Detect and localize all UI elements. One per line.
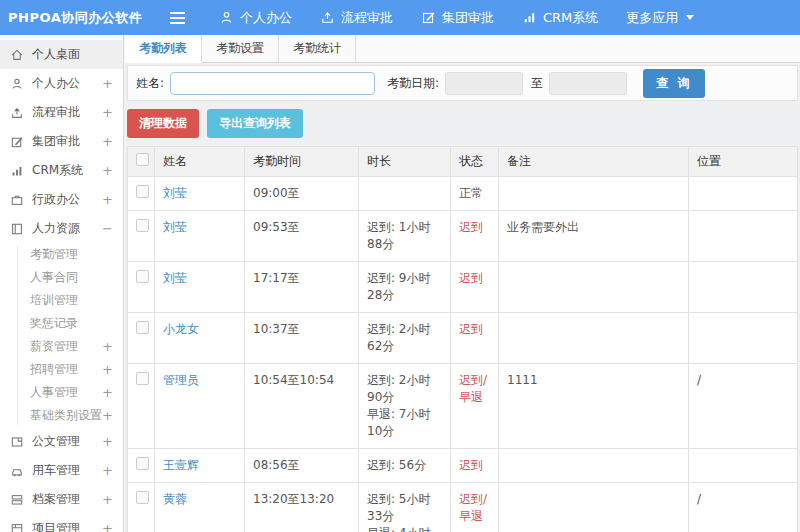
expand-toggle-icon[interactable]: + [102,434,113,449]
sidebar-item-行政办公[interactable]: 行政办公+ [0,185,123,214]
sidebar-subitem-label: 薪资管理 [30,339,78,353]
nav-item-更多应用[interactable]: 更多应用 [626,9,694,27]
sidebar-submenu: 考勤管理人事合同培训管理奖惩记录薪资管理+招聘管理+人事管理+基础类别设置+ [0,243,123,427]
employee-name-link[interactable]: 管理员 [163,373,199,387]
clear-data-button[interactable]: 清理数据 [127,109,199,138]
nav-item-流程审批[interactable]: 流程审批 [320,9,393,27]
row-checkbox[interactable] [136,321,149,334]
expand-toggle-icon[interactable]: + [102,404,113,427]
row-checkbox[interactable] [136,185,149,198]
row-checkbox[interactable] [136,457,149,470]
sidebar-subitem-薪资管理[interactable]: 薪资管理+ [0,335,123,358]
table-row: 刘莹09:00至正常 [128,177,798,211]
nav-item-集团审批[interactable]: 集团审批 [421,9,494,27]
share-icon [320,10,335,25]
sidebar-subitem-人事管理[interactable]: 人事管理+ [0,381,123,404]
export-list-button[interactable]: 导出查询列表 [207,109,303,138]
row-checkbox[interactable] [136,219,149,232]
archive-icon [10,493,24,507]
expand-toggle-icon[interactable]: + [102,463,113,478]
remark-cell [499,262,689,313]
sidebar-item-个人桌面[interactable]: 个人桌面 [0,40,123,69]
status-badge: 迟到 [459,271,483,285]
sidebar-subitem-label: 人事合同 [30,270,78,284]
expand-toggle-icon[interactable]: + [102,163,113,178]
sidebar-item-公文管理[interactable]: 公文管理+ [0,427,123,456]
briefcase-icon [10,193,24,207]
tab-考勤统计[interactable]: 考勤统计 [279,35,356,62]
nav-item-label: 个人办公 [240,9,292,27]
attendance-time-cell: 13:20至13:20 [245,483,359,532]
sidebar-subitem-招聘管理[interactable]: 招聘管理+ [0,358,123,381]
location-cell [689,313,798,364]
sidebar-subitem-基础类别设置[interactable]: 基础类别设置+ [0,404,123,427]
tab-考勤设置[interactable]: 考勤设置 [202,35,279,62]
expand-toggle-icon[interactable]: + [102,192,113,207]
sidebar-subitem-label: 基础类别设置 [30,408,102,422]
select-all-checkbox[interactable] [136,153,149,166]
sidebar-item-流程审批[interactable]: 流程审批+ [0,98,123,127]
app-logo: PHPOA协同办公软件 [8,9,170,27]
sidebar-subitem-人事合同[interactable]: 人事合同 [0,266,123,289]
nav-item-CRM系统[interactable]: CRM系统 [522,9,598,27]
row-checkbox[interactable] [136,491,149,504]
status-cell: 迟到 [451,313,499,364]
sidebar-subitem-考勤管理[interactable]: 考勤管理 [0,243,123,266]
tab-考勤列表[interactable]: 考勤列表 [125,35,202,63]
column-header-状态: 状态 [451,147,499,177]
sidebar-item-用车管理[interactable]: 用车管理+ [0,456,123,485]
remark-cell [499,483,689,532]
search-button[interactable]: 查 询 [643,69,705,98]
expand-toggle-icon[interactable]: + [102,492,113,507]
sidebar-item-label: 公文管理 [32,433,80,450]
duration-cell: 迟到: 2小时90分早退: 7小时10分 [359,364,451,449]
duration-cell: 迟到: 56分 [359,449,451,483]
employee-name-link[interactable]: 刘莹 [163,271,187,285]
sidebar-item-个人办公[interactable]: 个人办公+ [0,69,123,98]
row-checkbox[interactable] [136,270,149,283]
name-label: 姓名: [136,75,164,92]
name-input[interactable] [170,72,375,95]
home-icon [10,48,24,62]
expand-toggle-icon[interactable]: + [102,381,113,404]
sidebar-subitem-奖惩记录[interactable]: 奖惩记录 [0,312,123,335]
nav-item-个人办公[interactable]: 个人办公 [219,9,292,27]
sidebar-item-集团审批[interactable]: 集团审批+ [0,127,123,156]
sidebar-item-CRM系统[interactable]: CRM系统+ [0,156,123,185]
sidebar-item-label: 行政办公 [32,191,80,208]
employee-name-link[interactable]: 刘莹 [163,186,187,200]
expand-toggle-icon[interactable]: + [102,76,113,91]
expand-toggle-icon[interactable]: + [102,335,113,358]
project-icon [10,522,24,532]
date-end-input[interactable] [549,72,627,95]
sidebar-subitem-label: 人事管理 [30,385,78,399]
expand-toggle-icon[interactable]: + [102,521,113,532]
expand-toggle-icon[interactable]: − [102,221,113,236]
status-badge: 迟到 [459,458,483,472]
employee-name-link[interactable]: 王壹辉 [163,458,199,472]
car-icon [10,464,24,478]
sidebar-item-项目管理[interactable]: 项目管理+ [0,514,123,532]
column-header-姓名: 姓名 [155,147,245,177]
row-checkbox[interactable] [136,372,149,385]
sidebar-subitem-培训管理[interactable]: 培训管理 [0,289,123,312]
attendance-time-cell: 08:56至 [245,449,359,483]
status-cell: 迟到 [451,262,499,313]
sidebar-subitem-label: 考勤管理 [30,247,78,261]
sidebar-item-label: 个人办公 [32,75,80,92]
menu-toggle-icon[interactable] [170,12,185,24]
status-badge: 正常 [459,186,483,200]
employee-name-link[interactable]: 小龙女 [163,322,199,336]
attendance-time-cell: 17:17至 [245,262,359,313]
sidebar-item-人力资源[interactable]: 人力资源− [0,214,123,243]
expand-toggle-icon[interactable]: + [102,358,113,381]
duration-cell [359,177,451,211]
expand-toggle-icon[interactable]: + [102,105,113,120]
employee-name-link[interactable]: 黄蓉 [163,492,187,506]
sidebar-item-档案管理[interactable]: 档案管理+ [0,485,123,514]
employee-name-link[interactable]: 刘莹 [163,220,187,234]
expand-toggle-icon[interactable]: + [102,134,113,149]
remark-cell: 业务需要外出 [499,211,689,262]
sidebar-item-label: 用车管理 [32,462,80,479]
date-start-input[interactable] [445,72,523,95]
